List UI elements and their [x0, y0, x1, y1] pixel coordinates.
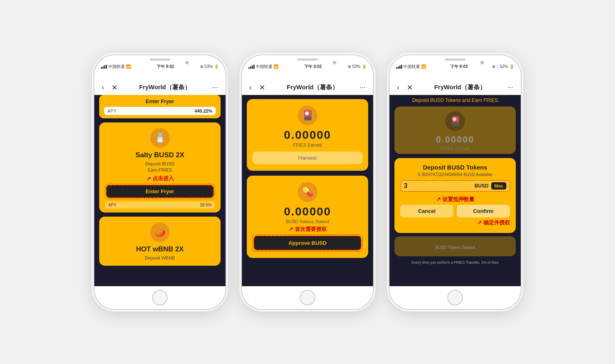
battery-label-3: 52%: [500, 64, 508, 69]
back-button-3[interactable]: ‹: [395, 82, 401, 93]
close-button-3[interactable]: ✕: [405, 82, 415, 93]
status-bar-1: 中国联通 📶 下午 9:02 ⊕ 53% 🔋: [94, 63, 226, 70]
apy-value: 440.22%: [195, 109, 212, 113]
phone-2-bottom: [242, 286, 373, 309]
speaker: [150, 59, 170, 61]
approve-button[interactable]: Approve BUSD: [254, 236, 361, 250]
fries-earned-label: FRIES Earned: [253, 142, 362, 147]
deposit-modal: Deposit BUSD Tokens 5.392674723294598064…: [394, 158, 516, 233]
cn-label-4: 确定并授权: [483, 219, 510, 226]
busd-staked-card: 💊 0.00000 BUSD Tokens Staked ↗ 首次需要授权 Ap…: [247, 176, 368, 258]
signal-icon-2: [248, 65, 255, 69]
deposit-input-row: 3 BUSD Max: [400, 180, 510, 192]
fries-earned-value: 0.00000: [253, 129, 362, 142]
card-title: Salty BUSD 2X: [105, 151, 215, 159]
bg-fries-value: 0.00000: [399, 134, 511, 145]
pill-icon: 💊: [302, 187, 313, 197]
modal-title: Deposit BUSD Tokens: [400, 164, 510, 171]
bg-fries-label: FRIES Earned: [399, 146, 511, 151]
status-bar-2: 中国联通 📶 下午 9:02 ⊕ 53% 🔋: [242, 63, 373, 70]
card-icon-wrap: 🧂: [105, 128, 215, 148]
bg-staked-label: BUSD Tokens Staked: [399, 242, 511, 253]
busd-icon-wrap: 💊: [253, 182, 362, 202]
more-button[interactable]: ···: [210, 82, 220, 93]
speaker-3: [445, 59, 465, 61]
signal-icon: [101, 65, 107, 69]
bg-card-icon-wrap: 🎴: [399, 111, 511, 131]
signal-icon-3: [396, 65, 402, 69]
busd-staked-value: 0.00000: [253, 205, 362, 218]
phone-1: 中国联通 📶 下午 9:02 ⊕ 53% 🔋 ‹ ✕ FryWorld（薯条） …: [94, 55, 226, 309]
arrow-icon-1: ↗: [146, 176, 151, 182]
chinese-annotation-2: ↗ 首次需要授权: [253, 226, 362, 233]
enter-fryer-banner: Enter Fryer APY 440.22%: [99, 95, 221, 118]
bg-envelope-icon: 🎴: [450, 116, 461, 127]
card-subtitle: Deposit BUSD Earn FRIES: [105, 161, 215, 174]
time-label-2: 下午 9:02: [304, 64, 322, 70]
enter-fryer-btn-wrap: Enter Fryer: [105, 184, 215, 199]
camera-2: [333, 61, 336, 64]
footer-note: Every time you perform a FRIES Transfer,…: [394, 260, 516, 265]
hot-card-subtitle: Deposit WBNB: [105, 255, 215, 261]
home-button-3[interactable]: [447, 290, 463, 305]
chinese-annotation-1: ↗ 点击进入: [105, 175, 215, 182]
home-button-2[interactable]: [300, 290, 315, 305]
cn-label-3: 设置抵押数量: [442, 196, 474, 203]
nav-bar-1: ‹ ✕ FryWorld（薯条） ···: [94, 81, 226, 95]
card-line2: Earn FRIES: [105, 167, 215, 173]
busd-icon: 💊: [298, 182, 317, 202]
phone-2: 中国联通 📶 下午 9:02 ⊕ 53% 🔋 ‹ ✕ FryWorld（薯条） …: [242, 55, 373, 309]
carrier-label-3: 中国联通: [403, 64, 420, 70]
wifi-icon-2: 📶: [273, 64, 278, 69]
deposit-input-value[interactable]: 3: [404, 182, 426, 190]
nav-left-icons-2: ‹ ✕: [248, 82, 267, 93]
chinese-annotation-4: ↗ 确定并授权: [400, 219, 510, 226]
p2-content: 🎴 0.00000 FRIES Earned Harvest 💊 0.00000…: [242, 95, 373, 267]
more-button-2[interactable]: ···: [358, 82, 367, 93]
status-right: ⊕ 53% 🔋: [200, 64, 219, 69]
arrow-cn-4: ↗: [477, 219, 482, 226]
max-button[interactable]: Max: [491, 182, 506, 190]
hot-icon: 🌶️: [150, 222, 170, 242]
battery-icon-3: 🔋: [509, 64, 514, 69]
gps-icon-3: ⊕: [492, 64, 495, 69]
status-left-3: 中国联通 📶: [396, 64, 426, 70]
card-apy-row: APY 28.5%: [105, 201, 215, 208]
banner-apy-row: APY 440.22%: [104, 107, 216, 115]
fries-earned-card: 🎴 0.00000 FRIES Earned Harvest: [247, 99, 368, 171]
status-bar-3: 中国联通 📶 下午 9:03 ⊕ ↑ 52% 🔋: [390, 63, 521, 70]
card-apy-value: 28.5%: [200, 203, 212, 207]
close-button[interactable]: ✕: [110, 82, 119, 93]
cn-label-2: 首次需要授权: [295, 226, 327, 233]
busd-label: BUSD: [475, 183, 489, 189]
battery-label: 53%: [205, 64, 213, 69]
card-line1: Deposit BUSD: [105, 161, 215, 167]
phone-3-top: 中国联通 📶 下午 9:03 ⊕ ↑ 52% 🔋: [390, 55, 521, 81]
status-right-3: ⊕ ↑ 52% 🔋: [492, 64, 514, 69]
arrow-icon-3: ↑: [497, 64, 499, 69]
close-button-2[interactable]: ✕: [257, 82, 267, 93]
fries-icon: 🎴: [298, 106, 317, 125]
home-button-1[interactable]: [152, 290, 168, 305]
status-left-2: 中国联通 📶: [248, 64, 278, 70]
more-button-3[interactable]: ···: [506, 82, 515, 93]
bg-fries-card: 🎴 0.00000 FRIES Earned: [394, 106, 516, 154]
confirm-button[interactable]: Confirm: [457, 205, 510, 217]
cancel-button[interactable]: Cancel: [400, 205, 453, 217]
salt-icon: 🧂: [155, 133, 166, 143]
camera-3: [481, 61, 484, 64]
hot-wbnb-card: 🌶️ HOT wBNB 2X Deposit WBNB: [99, 217, 221, 265]
nav-bar-3: ‹ ✕ FryWorld（薯条） ···: [390, 81, 521, 95]
phone-2-top: 中国联通 📶 下午 9:02 ⊕ 53% 🔋: [242, 55, 373, 81]
back-button[interactable]: ‹: [100, 82, 106, 93]
nav-title: FryWorld（薯条）: [139, 84, 191, 91]
nav-bar-2: ‹ ✕ FryWorld（薯条） ···: [242, 81, 373, 95]
back-button-2[interactable]: ‹: [248, 82, 253, 93]
enter-fryer-button[interactable]: Enter Fryer: [106, 185, 214, 198]
bg-card-icon: 🎴: [445, 111, 465, 131]
wifi-icon: 📶: [126, 64, 131, 69]
p3-top-title: Deposit BUSD Tokens and Earn FRIES: [394, 97, 516, 103]
harvest-button[interactable]: Harvest: [253, 151, 362, 164]
arrow-cn-3: ↗: [436, 196, 441, 202]
approve-btn-wrap: Approve BUSD: [253, 235, 362, 251]
